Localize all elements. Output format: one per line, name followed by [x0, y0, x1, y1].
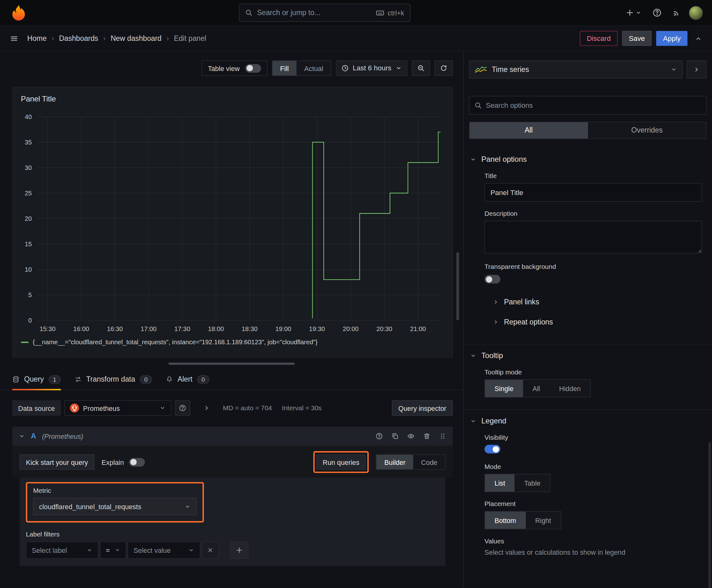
add-filter-button[interactable]	[230, 542, 248, 559]
editor-scrollbar[interactable]	[456, 252, 459, 320]
legend-values-hint: Select values or calculations to show in…	[484, 548, 702, 556]
time-series-chart[interactable]: 051015202530354015:3016:0016:3017:0017:3…	[17, 104, 448, 337]
collapse-options-button[interactable]	[687, 60, 707, 79]
datasource-help-button[interactable]	[175, 400, 190, 416]
tab-transform-label: Transform data	[86, 375, 135, 383]
editor-mode-builder[interactable]: Builder	[377, 455, 413, 469]
duplicate-icon[interactable]	[391, 433, 399, 440]
breadcrumb-home[interactable]: Home	[27, 34, 47, 42]
query-editor-area: Data source Prometheus MD = auto	[0, 390, 463, 588]
svg-text:30: 30	[25, 164, 32, 171]
display-mode-fill[interactable]: Fill	[273, 61, 297, 76]
tooltip-section: Tooltip Tooltip mode Single All Hidden	[464, 344, 712, 400]
breadcrumb-new-dashboard[interactable]: New dashboard	[110, 34, 161, 42]
remove-filter-button[interactable]	[201, 542, 219, 559]
legend-visibility-toggle[interactable]	[484, 445, 500, 453]
new-button[interactable]	[623, 6, 644, 19]
legend-header[interactable]: Legend	[464, 410, 712, 432]
top-nav: Search or jump to... ctrl+k	[0, 0, 712, 26]
drag-handle-icon[interactable]	[439, 433, 447, 440]
table-view-toggle[interactable]	[245, 64, 261, 72]
tab-query-count: 1	[48, 375, 61, 383]
options-scrollbar[interactable]	[708, 442, 711, 588]
panel-options-header[interactable]: Panel options	[464, 148, 712, 171]
panel-title: Panel Title	[17, 91, 448, 104]
select-value-dropdown[interactable]: Select value	[127, 542, 200, 559]
chevron-down-icon[interactable]	[19, 433, 25, 439]
explain-label: Explain	[102, 458, 124, 466]
query-row-datasource: (Prometheus)	[42, 432, 83, 440]
query-options-expand-button[interactable]	[200, 402, 213, 415]
description-textarea[interactable]	[484, 221, 702, 253]
transparent-background-toggle[interactable]	[484, 275, 500, 283]
tooltip-title: Tooltip	[481, 351, 503, 360]
editor-toolbar: Table view Fill Actual Last 6 hours	[0, 51, 463, 87]
chevron-down-icon	[470, 418, 476, 424]
mega-menu-button[interactable]	[7, 32, 21, 45]
operator-dropdown[interactable]: =	[100, 542, 126, 559]
options-search-input[interactable]	[486, 101, 701, 109]
apply-button[interactable]: Apply	[656, 31, 687, 46]
time-range-picker[interactable]: Last 6 hours	[336, 60, 408, 76]
svg-text:25: 25	[25, 190, 32, 197]
display-mode-actual[interactable]: Actual	[296, 61, 330, 76]
visualization-name: Time series	[492, 65, 529, 74]
chevron-down-icon	[184, 504, 191, 510]
trash-icon[interactable]	[423, 433, 430, 440]
tab-alert[interactable]: Alert 0	[166, 369, 209, 390]
panel-options-title: Panel options	[481, 155, 527, 163]
metric-select[interactable]: cloudflared_tunnel_total_requests	[33, 498, 197, 515]
refresh-button[interactable]	[434, 60, 453, 76]
chevron-right-icon	[693, 66, 700, 73]
search-icon	[475, 102, 482, 109]
zoom-out-button[interactable]	[412, 60, 430, 76]
help-icon[interactable]	[375, 433, 383, 440]
discard-button[interactable]: Discard	[580, 31, 618, 46]
tooltip-mode-hidden[interactable]: Hidden	[550, 380, 590, 397]
tooltip-mode-single[interactable]: Single	[485, 380, 523, 397]
panel-title-input[interactable]	[484, 183, 702, 202]
chart-legend[interactable]: {__name__="cloudflared_tunnel_total_requ…	[17, 337, 448, 348]
tab-query-label: Query	[24, 375, 44, 383]
select-label-dropdown[interactable]: Select label	[26, 542, 98, 559]
tab-transform[interactable]: Transform data 0	[74, 369, 152, 390]
legend-mode-list[interactable]: List	[485, 474, 515, 491]
run-queries-button[interactable]: Run queries	[317, 454, 366, 469]
collapse-header-button[interactable]	[692, 32, 705, 45]
explain-toggle[interactable]	[129, 458, 145, 466]
title-label: Title	[484, 172, 702, 180]
tab-query[interactable]: Query 1	[12, 369, 61, 390]
editor-mode-code[interactable]: Code	[413, 455, 445, 469]
kickstart-button[interactable]: Kick start your query	[19, 454, 94, 469]
panel-resize-handle[interactable]	[169, 362, 295, 365]
legend-placement-right[interactable]: Right	[525, 512, 560, 529]
panel-links-row[interactable]: Panel links	[484, 292, 702, 312]
transparent-background-label: Transparent background	[484, 263, 702, 270]
breadcrumb-separator-icon: ›	[51, 34, 54, 42]
datasource-picker[interactable]: Prometheus	[64, 400, 171, 416]
description-label: Description	[484, 210, 702, 217]
help-button[interactable]	[650, 5, 664, 20]
legend-mode-table[interactable]: Table	[515, 474, 550, 491]
tooltip-header[interactable]: Tooltip	[464, 344, 712, 366]
top-search[interactable]: Search or jump to... ctrl+k	[239, 4, 411, 22]
hide-response-icon[interactable]	[407, 433, 414, 440]
breadcrumb-dashboards[interactable]: Dashboards	[59, 34, 98, 42]
legend-placement-bottom[interactable]: Bottom	[485, 512, 526, 529]
query-inspector-button[interactable]: Query inspector	[392, 400, 453, 416]
keyboard-icon	[376, 8, 384, 17]
tooltip-mode-all[interactable]: All	[523, 380, 550, 397]
query-row-header[interactable]: A (Prometheus)	[12, 426, 453, 446]
save-button[interactable]: Save	[622, 31, 652, 46]
repeat-options-row[interactable]: Repeat options	[484, 312, 702, 332]
visualization-picker[interactable]: Time series	[469, 60, 683, 79]
topnav-right	[623, 5, 703, 20]
options-tab-all[interactable]: All	[470, 122, 588, 139]
chevron-right-icon	[493, 319, 499, 325]
datasource-label: Data source	[12, 400, 61, 416]
options-tab-overrides[interactable]: Overrides	[588, 122, 706, 139]
legend-mode-label: Mode	[484, 463, 702, 470]
user-avatar[interactable]	[689, 6, 703, 20]
grafana-logo-icon[interactable]	[11, 4, 26, 21]
news-button[interactable]	[670, 6, 683, 19]
